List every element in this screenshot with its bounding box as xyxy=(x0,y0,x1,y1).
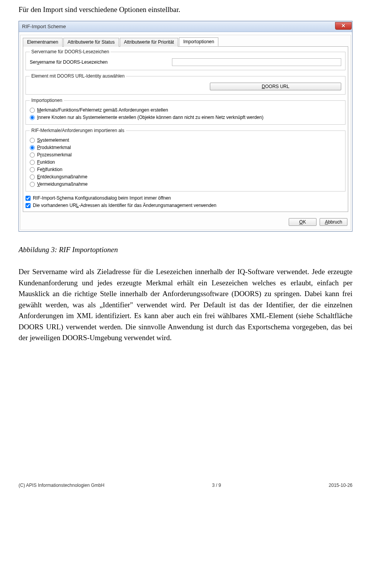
radio-funktion[interactable]: Funktion xyxy=(30,159,341,166)
group-import-as-legend: RIF-Merkmale/Anforderungen importieren a… xyxy=(30,128,126,133)
body-paragraph: Der Servername wird als Zieladresse für … xyxy=(19,266,352,344)
radio-systemelement-label: Systemelement xyxy=(37,137,69,144)
radio-prozessmerkmal[interactable]: Prozessmerkmal xyxy=(30,151,341,158)
footer-left: (C) APIS Informationstechnologien GmbH xyxy=(19,483,104,488)
tab-attrib-prio[interactable]: Attributwerte für Priorität xyxy=(120,38,178,47)
radio-prozessmerkmal-label: Prozessmerkmal xyxy=(37,151,71,158)
radio-systemelement-input[interactable] xyxy=(30,138,35,143)
dialog-footer: OK Abbruch xyxy=(20,214,351,230)
check-url-identifier-input[interactable] xyxy=(26,203,31,208)
tab-strip: Elementnamen Attributwerte für Status At… xyxy=(20,35,351,46)
tab-panel-importoptionen: Servername für DOORS-Lesezeichen Servern… xyxy=(23,46,348,212)
footer-right: 2015-10-26 xyxy=(329,483,352,488)
close-button[interactable]: ✕ xyxy=(335,22,352,30)
radio-funktion-label: Funktion xyxy=(37,159,55,166)
radio-innere-knoten[interactable]: Innere Knoten nur als Systemelemente ers… xyxy=(30,114,341,121)
check-config-dialog[interactable]: RIF-Import-Schema Konfigurationsdialog b… xyxy=(26,195,345,202)
dialog-title: RIF-Import Scheme xyxy=(19,24,335,29)
check-url-identifier-label: Die vorhandenen URL-Adressen als Identif… xyxy=(33,202,216,209)
radio-vermeidung-input[interactable] xyxy=(30,182,35,187)
check-url-identifier[interactable]: Die vorhandenen URL-Adressen als Identif… xyxy=(26,202,345,209)
doors-url-button[interactable]: DOORS URL xyxy=(210,83,341,90)
group-importoptionen-legend: Importoptionen xyxy=(30,98,64,103)
cancel-button[interactable]: Abbruch xyxy=(320,218,347,226)
radio-prozessmerkmal-input[interactable] xyxy=(30,153,35,158)
tab-elementnamen[interactable]: Elementnamen xyxy=(23,38,63,47)
page-footer: (C) APIS Informationstechnologien GmbH 3… xyxy=(0,483,371,488)
footer-center: 3 / 9 xyxy=(212,483,221,488)
radio-entdeckung[interactable]: Entdeckungsmaßnahme xyxy=(30,173,341,180)
radio-opt2-input[interactable] xyxy=(30,115,35,120)
radio-systemelement[interactable]: Systemelement xyxy=(30,137,341,144)
group-import-as: RIF-Merkmale/Anforderungen importieren a… xyxy=(26,128,345,191)
radio-fehlfunktion[interactable]: Fehlfunktion xyxy=(30,166,341,173)
check-config-dialog-input[interactable] xyxy=(26,196,31,201)
radio-entdeckung-input[interactable] xyxy=(30,175,35,180)
radio-entdeckung-label: Entdeckungsmaßnahme xyxy=(37,173,87,180)
servername-label: Servername für DOORS-Lesezeichen xyxy=(30,59,169,65)
tab-attrib-status[interactable]: Attributwerte für Status xyxy=(63,38,119,47)
intro-text: Für den Import sind verschiedene Optione… xyxy=(19,5,352,14)
group-servername: Servername für DOORS-Lesezeichen Servern… xyxy=(26,49,345,70)
radio-produktmerkmal[interactable]: Produktmerkmal xyxy=(30,144,341,151)
radio-opt2-label: Innere Knoten nur als Systemelemente ers… xyxy=(37,114,264,121)
figure-caption: Abbildung 3: RIF Importoptionen xyxy=(19,246,352,254)
menu-gap xyxy=(19,32,352,35)
radio-fehlfunktion-label: Fehlfunktion xyxy=(37,166,62,173)
radio-funktion-input[interactable] xyxy=(30,160,35,165)
radio-merkmal-funktion-fehler[interactable]: Merkmals/Funktions/Fehlernetz gemäß Anfo… xyxy=(30,107,341,114)
close-icon: ✕ xyxy=(341,23,345,29)
radio-vermeidung[interactable]: Vermeidungsmaßnahme xyxy=(30,181,341,188)
document-page: Für den Import sind verschiedene Optione… xyxy=(0,0,371,344)
radio-vermeidung-label: Vermeidungsmaßnahme xyxy=(37,181,88,188)
titlebar: RIF-Import Scheme ✕ xyxy=(19,21,352,32)
servername-input[interactable] xyxy=(172,58,341,66)
radio-opt1-input[interactable] xyxy=(30,108,35,113)
group-importoptionen: Importoptionen Merkmals/Funktions/Fehler… xyxy=(26,98,345,125)
group-servername-legend: Servername für DOORS-Lesezeichen xyxy=(30,49,111,54)
dialog-window: RIF-Import Scheme ✕ Elementnamen Attribu… xyxy=(19,21,352,232)
radio-fehlfunktion-input[interactable] xyxy=(30,167,35,172)
radio-opt1-label: Merkmals/Funktions/Fehlernetz gemäß Anfo… xyxy=(37,107,168,114)
radio-produktmerkmal-label: Produktmerkmal xyxy=(37,144,71,151)
group-doors-url-legend: Element mit DOORS URL-Identity auswählen xyxy=(30,73,126,79)
group-doors-url: Element mit DOORS URL-Identity auswählen… xyxy=(26,73,345,95)
dialog-inner: Elementnamen Attributwerte für Status At… xyxy=(20,35,351,230)
check-config-dialog-label: RIF-Import-Schema Konfigurationsdialog b… xyxy=(33,195,171,202)
ok-button[interactable]: OK xyxy=(289,218,317,226)
tab-importoptionen[interactable]: Importoptionen xyxy=(179,37,218,46)
radio-produktmerkmal-input[interactable] xyxy=(30,145,35,150)
